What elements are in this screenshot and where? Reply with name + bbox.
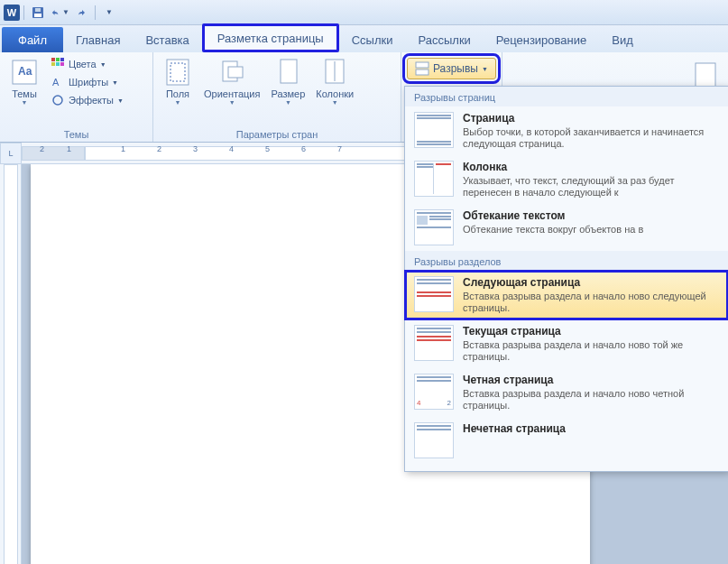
svg-text:A: A <box>52 77 60 88</box>
item-desc: Выбор точки, в которой заканчивается и н… <box>463 126 719 150</box>
fonts-label: Шрифты <box>69 77 108 88</box>
ruler-mark: 7 <box>337 144 342 153</box>
item-desc: Вставка разрыва раздела и начало ново че… <box>463 388 719 411</box>
ruler-mark: 6 <box>301 144 306 153</box>
tab-view[interactable]: Вид <box>599 27 646 52</box>
item-title: Следующая страница <box>463 276 719 289</box>
title-bar: W ▼ ▼ <box>0 0 728 25</box>
themes-icon: Aa <box>10 58 39 87</box>
ruler-mark: 1 <box>67 144 71 153</box>
item-desc: Указывает, что текст, следующий за раз б… <box>463 175 719 199</box>
breaks-label: Разрывы <box>433 62 478 75</box>
orientation-button[interactable]: Ориентация ▼ <box>200 56 263 140</box>
break-odd-page-item[interactable]: Нечетная страница <box>405 417 728 464</box>
colors-label: Цвета <box>69 59 97 69</box>
ruler-mark: 2 <box>157 144 161 153</box>
themes-label: Темы <box>12 88 37 99</box>
break-text-wrap-item[interactable]: Обтекание текстом Обтекание текста вокру… <box>405 204 728 251</box>
svg-rect-21 <box>416 69 429 75</box>
ruler-mark: 4 <box>229 144 234 153</box>
tab-mailings[interactable]: Рассылки <box>406 27 484 52</box>
margins-button[interactable]: Поля ▼ <box>159 56 197 140</box>
column-break-icon <box>414 161 454 197</box>
item-desc: Вставка разрыва раздела и начало ново то… <box>463 339 719 363</box>
theme-colors-button[interactable]: Цвета ▼ <box>47 56 127 72</box>
item-title: Четная страница <box>463 374 719 386</box>
tab-file[interactable]: Файл <box>2 27 63 52</box>
svg-rect-1 <box>34 14 41 17</box>
svg-rect-7 <box>60 58 64 61</box>
chevron-down-icon: ▼ <box>117 97 124 104</box>
svg-point-12 <box>53 96 62 105</box>
dropdown-section-page-breaks: Разрывы страниц <box>405 87 728 106</box>
breaks-icon <box>415 61 429 76</box>
size-icon <box>273 58 302 87</box>
vertical-ruler[interactable] <box>0 164 22 564</box>
group-label-themes: Темы <box>0 129 152 140</box>
columns-button[interactable]: Колонки ▼ <box>312 56 357 140</box>
group-themes: Aa Темы ▼ Цвета ▼ A Шрифты ▼ Эффек <box>0 52 153 142</box>
break-page-item[interactable]: Страница Выбор точки, в которой заканчив… <box>405 106 728 155</box>
even-page-icon: 24 <box>414 374 454 410</box>
chevron-down-icon: ▼ <box>285 99 291 106</box>
break-column-item[interactable]: Колонка Указывает, что текст, следующий … <box>405 155 728 204</box>
svg-rect-10 <box>60 62 64 66</box>
theme-effects-button[interactable]: Эффекты ▼ <box>47 92 127 108</box>
continuous-icon <box>414 325 454 361</box>
colors-icon <box>51 57 65 71</box>
word-app-icon: W <box>4 5 20 21</box>
item-title: Колонка <box>463 161 719 173</box>
chevron-down-icon: ▼ <box>112 79 118 86</box>
redo-button[interactable] <box>71 3 91 23</box>
columns-label: Колонки <box>316 88 354 99</box>
save-icon <box>32 6 44 19</box>
customize-qat-button[interactable]: ▼ <box>99 3 119 23</box>
svg-rect-22 <box>696 63 715 88</box>
break-continuous-item[interactable]: Текущая страница Вставка разрыва раздела… <box>405 319 728 368</box>
ruler-mark: 3 <box>193 144 198 153</box>
group-page-setup: Поля ▼ Ориентация ▼ Размер ▼ Колонки ▼ П… <box>153 52 401 142</box>
svg-rect-6 <box>56 58 60 61</box>
chevron-down-icon: ▼ <box>175 99 181 106</box>
tab-home[interactable]: Главная <box>63 27 133 52</box>
text-wrap-icon <box>414 209 454 245</box>
item-desc: Обтекание текста вокруг объектов на в <box>463 224 719 236</box>
item-desc: Вставка разрыва раздела и начало ново сл… <box>463 291 719 314</box>
page-break-icon <box>414 112 454 148</box>
themes-button[interactable]: Aa Темы ▼ <box>5 56 43 140</box>
tab-review[interactable]: Рецензирование <box>484 27 599 52</box>
tab-page-layout[interactable]: Разметка страницы <box>202 23 339 52</box>
svg-rect-5 <box>51 58 55 61</box>
tab-insert[interactable]: Вставка <box>133 27 201 52</box>
svg-rect-8 <box>51 62 55 66</box>
ruler-mark: 5 <box>265 144 270 153</box>
redo-icon <box>75 6 88 19</box>
item-title: Нечетная страница <box>463 422 719 435</box>
size-label: Размер <box>271 88 305 99</box>
columns-icon <box>320 58 349 87</box>
svg-rect-9 <box>56 62 60 66</box>
svg-rect-16 <box>228 67 243 78</box>
item-title: Страница <box>463 112 719 125</box>
effects-icon <box>51 93 65 107</box>
margins-icon <box>163 58 192 87</box>
ribbon-tabs: Файл Главная Вставка Разметка страницы С… <box>0 25 728 52</box>
undo-icon <box>50 6 61 19</box>
chevron-down-icon: ▼ <box>62 8 69 16</box>
undo-button[interactable]: ▼ <box>50 3 69 23</box>
break-even-page-item[interactable]: 24 Четная страница Вставка разрыва разде… <box>405 368 728 417</box>
chevron-down-icon: ▼ <box>106 8 113 16</box>
item-title: Обтекание текстом <box>463 209 719 222</box>
break-next-page-item[interactable]: Следующая страница Вставка разрыва разде… <box>405 271 728 319</box>
save-button[interactable] <box>28 3 48 23</box>
chevron-down-icon: ▼ <box>22 99 28 106</box>
theme-fonts-button[interactable]: A Шрифты ▼ <box>47 74 127 90</box>
fonts-icon: A <box>51 75 65 89</box>
tab-references[interactable]: Ссылки <box>339 27 406 52</box>
size-button[interactable]: Размер ▼ <box>267 56 309 140</box>
ruler-corner[interactable]: L <box>0 143 22 164</box>
svg-rect-17 <box>281 60 297 83</box>
breaks-button[interactable]: Разрывы ▼ <box>407 58 496 79</box>
chevron-down-icon: ▼ <box>229 99 235 106</box>
odd-page-icon <box>414 422 454 458</box>
